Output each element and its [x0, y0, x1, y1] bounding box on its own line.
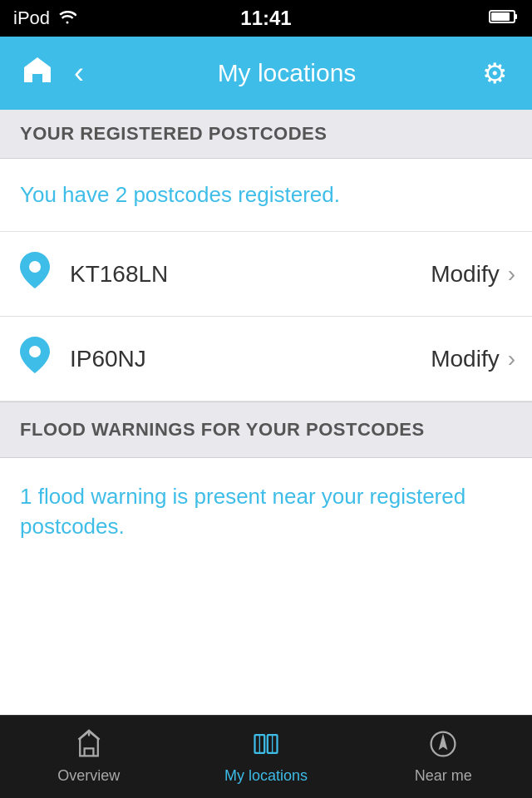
- svg-rect-2: [491, 12, 510, 21]
- chevron-right-icon-2: ›: [508, 346, 515, 372]
- chevron-right-icon-1: ›: [508, 261, 515, 288]
- modify-button-1[interactable]: Modify: [431, 261, 499, 288]
- modify-button-2[interactable]: Modify: [431, 346, 499, 372]
- status-bar: iPod 11:41: [0, 0, 532, 37]
- postcodes-section-header: YOUR REGISTERED POSTCODES: [0, 110, 532, 159]
- location-row-1[interactable]: KT168LN Modify ›: [0, 232, 532, 317]
- postcode-2: IP60NJ: [70, 346, 431, 372]
- main-content: YOUR REGISTERED POSTCODES You have 2 pos…: [0, 110, 532, 715]
- svg-point-3: [31, 263, 39, 271]
- my-locations-icon: [251, 729, 281, 762]
- tab-my-locations-label: My locations: [224, 767, 308, 785]
- tab-near-me-label: Near me: [415, 767, 472, 785]
- flood-warnings-section-header: FLOOD WARNINGS FOR YOUR POSTCODES: [0, 401, 532, 458]
- overview-icon: [74, 729, 104, 762]
- svg-point-4: [31, 347, 39, 356]
- status-time: 11:41: [240, 7, 291, 30]
- location-pin-icon-2: [17, 337, 53, 381]
- tab-overview-label: Overview: [57, 767, 120, 785]
- svg-rect-1: [515, 14, 517, 19]
- back-button[interactable]: ‹: [58, 56, 100, 91]
- settings-button[interactable]: ⚙: [474, 57, 515, 90]
- home-button[interactable]: [17, 56, 58, 91]
- postcodes-count-text: You have 2 postcodes registered.: [0, 159, 532, 232]
- battery-indicator: [489, 7, 519, 29]
- near-me-icon: [428, 729, 458, 762]
- svg-marker-10: [439, 733, 448, 750]
- device-label: iPod: [13, 7, 50, 29]
- wifi-icon: [58, 9, 76, 28]
- tab-bar: Overview My locations Near me: [0, 715, 532, 798]
- tab-my-locations[interactable]: My locations: [177, 716, 354, 798]
- postcode-1: KT168LN: [70, 261, 431, 288]
- location-row-2[interactable]: IP60NJ Modify ›: [0, 317, 532, 401]
- flood-warning-text: 1 flood warning is present near your reg…: [0, 458, 532, 565]
- tab-overview[interactable]: Overview: [0, 716, 177, 798]
- page-title: My locations: [100, 59, 474, 87]
- nav-bar: ‹ My locations ⚙: [0, 37, 532, 110]
- tab-near-me[interactable]: Near me: [355, 716, 532, 798]
- location-pin-icon-1: [17, 252, 53, 296]
